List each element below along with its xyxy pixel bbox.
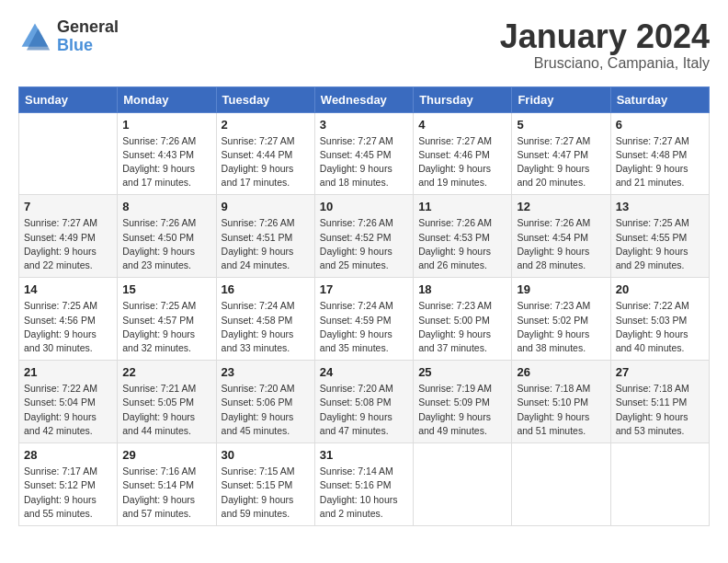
calendar-cell: 8Sunrise: 7:26 AMSunset: 4:50 PMDaylight… xyxy=(118,195,216,278)
calendar-cell: 26Sunrise: 7:18 AMSunset: 5:10 PMDayligh… xyxy=(512,361,610,443)
day-info: Sunrise: 7:17 AMSunset: 5:12 PMDaylight:… xyxy=(24,465,112,521)
page-header: General Blue January 2024 Brusciano, Cam… xyxy=(18,18,710,72)
calendar-cell: 19Sunrise: 7:23 AMSunset: 5:02 PMDayligh… xyxy=(512,278,610,361)
day-number: 23 xyxy=(222,365,310,379)
day-number: 28 xyxy=(24,448,112,462)
day-number: 30 xyxy=(222,448,310,462)
day-number: 7 xyxy=(24,200,112,213)
calendar-cell xyxy=(512,443,610,526)
calendar-cell: 29Sunrise: 7:16 AMSunset: 5:14 PMDayligh… xyxy=(118,443,216,526)
day-number: 10 xyxy=(320,200,408,213)
day-info: Sunrise: 7:26 AMSunset: 4:43 PMDaylight:… xyxy=(122,134,210,190)
day-number: 9 xyxy=(222,200,310,213)
day-info: Sunrise: 7:26 AMSunset: 4:51 PMDaylight:… xyxy=(222,216,310,272)
location-title: Brusciano, Campania, Italy xyxy=(500,55,710,72)
calendar-cell: 13Sunrise: 7:25 AMSunset: 4:55 PMDayligh… xyxy=(610,195,709,278)
day-info: Sunrise: 7:20 AMSunset: 5:06 PMDaylight:… xyxy=(222,382,310,438)
col-monday: Monday xyxy=(118,86,216,112)
day-number: 31 xyxy=(320,448,408,462)
day-info: Sunrise: 7:18 AMSunset: 5:11 PMDaylight:… xyxy=(616,382,704,438)
month-title: January 2024 xyxy=(500,18,710,55)
day-number: 6 xyxy=(616,118,704,132)
calendar-cell: 6Sunrise: 7:27 AMSunset: 4:48 PMDaylight… xyxy=(610,112,709,195)
day-number: 12 xyxy=(517,200,605,213)
day-info: Sunrise: 7:27 AMSunset: 4:45 PMDaylight:… xyxy=(320,134,408,190)
calendar-table: Sunday Monday Tuesday Wednesday Thursday… xyxy=(18,86,710,526)
col-saturday: Saturday xyxy=(610,86,709,112)
calendar-cell: 14Sunrise: 7:25 AMSunset: 4:56 PMDayligh… xyxy=(19,278,118,361)
day-number: 18 xyxy=(418,282,506,296)
calendar-cell: 9Sunrise: 7:26 AMSunset: 4:51 PMDaylight… xyxy=(216,195,314,278)
day-number: 13 xyxy=(616,200,704,213)
col-sunday: Sunday xyxy=(19,86,118,112)
col-tuesday: Tuesday xyxy=(216,86,314,112)
day-number: 17 xyxy=(320,282,408,296)
day-number: 8 xyxy=(122,200,210,213)
logo: General Blue xyxy=(18,18,119,55)
col-thursday: Thursday xyxy=(414,86,512,112)
day-info: Sunrise: 7:15 AMSunset: 5:15 PMDaylight:… xyxy=(222,465,310,521)
day-number: 25 xyxy=(418,365,506,379)
day-info: Sunrise: 7:18 AMSunset: 5:10 PMDaylight:… xyxy=(517,382,605,438)
day-number: 22 xyxy=(122,365,210,379)
day-number: 16 xyxy=(222,282,310,296)
title-block: January 2024 Brusciano, Campania, Italy xyxy=(500,18,710,72)
day-info: Sunrise: 7:25 AMSunset: 4:56 PMDaylight:… xyxy=(24,299,112,355)
calendar-body: 1Sunrise: 7:26 AMSunset: 4:43 PMDaylight… xyxy=(19,112,710,525)
day-number: 20 xyxy=(616,282,704,296)
day-number: 3 xyxy=(320,118,408,132)
day-info: Sunrise: 7:25 AMSunset: 4:57 PMDaylight:… xyxy=(122,299,210,355)
day-info: Sunrise: 7:27 AMSunset: 4:44 PMDaylight:… xyxy=(222,134,310,190)
calendar-cell: 16Sunrise: 7:24 AMSunset: 4:58 PMDayligh… xyxy=(216,278,314,361)
day-number: 1 xyxy=(122,118,210,132)
day-info: Sunrise: 7:26 AMSunset: 4:50 PMDaylight:… xyxy=(122,216,210,272)
calendar-cell xyxy=(610,443,709,526)
calendar-cell: 30Sunrise: 7:15 AMSunset: 5:15 PMDayligh… xyxy=(216,443,314,526)
calendar-cell xyxy=(414,443,512,526)
day-info: Sunrise: 7:22 AMSunset: 5:03 PMDaylight:… xyxy=(616,299,704,355)
day-info: Sunrise: 7:27 AMSunset: 4:49 PMDaylight:… xyxy=(24,216,112,272)
calendar-week-row: 14Sunrise: 7:25 AMSunset: 4:56 PMDayligh… xyxy=(19,278,710,361)
calendar-cell: 22Sunrise: 7:21 AMSunset: 5:05 PMDayligh… xyxy=(118,361,216,443)
calendar-week-row: 21Sunrise: 7:22 AMSunset: 5:04 PMDayligh… xyxy=(19,361,710,443)
day-number: 26 xyxy=(517,365,605,379)
calendar-cell: 24Sunrise: 7:20 AMSunset: 5:08 PMDayligh… xyxy=(314,361,413,443)
calendar-week-row: 7Sunrise: 7:27 AMSunset: 4:49 PMDaylight… xyxy=(19,195,710,278)
calendar-cell: 25Sunrise: 7:19 AMSunset: 5:09 PMDayligh… xyxy=(414,361,512,443)
day-number: 5 xyxy=(517,118,605,132)
day-number: 21 xyxy=(24,365,112,379)
day-info: Sunrise: 7:25 AMSunset: 4:55 PMDaylight:… xyxy=(616,216,704,272)
day-number: 4 xyxy=(418,118,506,132)
calendar-cell xyxy=(19,112,118,195)
header-row: Sunday Monday Tuesday Wednesday Thursday… xyxy=(19,86,710,112)
day-info: Sunrise: 7:26 AMSunset: 4:52 PMDaylight:… xyxy=(320,216,408,272)
calendar-cell: 18Sunrise: 7:23 AMSunset: 5:00 PMDayligh… xyxy=(414,278,512,361)
day-info: Sunrise: 7:27 AMSunset: 4:47 PMDaylight:… xyxy=(517,134,605,190)
day-number: 27 xyxy=(616,365,704,379)
day-number: 24 xyxy=(320,365,408,379)
calendar-cell: 27Sunrise: 7:18 AMSunset: 5:11 PMDayligh… xyxy=(610,361,709,443)
day-info: Sunrise: 7:27 AMSunset: 4:46 PMDaylight:… xyxy=(418,134,506,190)
calendar-header: Sunday Monday Tuesday Wednesday Thursday… xyxy=(19,86,710,112)
col-wednesday: Wednesday xyxy=(314,86,413,112)
calendar-week-row: 28Sunrise: 7:17 AMSunset: 5:12 PMDayligh… xyxy=(19,443,710,526)
calendar-cell: 12Sunrise: 7:26 AMSunset: 4:54 PMDayligh… xyxy=(512,195,610,278)
day-number: 19 xyxy=(517,282,605,296)
day-info: Sunrise: 7:23 AMSunset: 5:00 PMDaylight:… xyxy=(418,299,506,355)
day-number: 15 xyxy=(122,282,210,296)
day-number: 11 xyxy=(418,200,506,213)
col-friday: Friday xyxy=(512,86,610,112)
calendar-cell: 11Sunrise: 7:26 AMSunset: 4:53 PMDayligh… xyxy=(414,195,512,278)
day-info: Sunrise: 7:26 AMSunset: 4:54 PMDaylight:… xyxy=(517,216,605,272)
calendar-cell: 4Sunrise: 7:27 AMSunset: 4:46 PMDaylight… xyxy=(414,112,512,195)
day-number: 14 xyxy=(24,282,112,296)
day-number: 2 xyxy=(222,118,310,132)
logo-icon xyxy=(18,20,51,53)
calendar-week-row: 1Sunrise: 7:26 AMSunset: 4:43 PMDaylight… xyxy=(19,112,710,195)
day-info: Sunrise: 7:21 AMSunset: 5:05 PMDaylight:… xyxy=(122,382,210,438)
calendar-cell: 2Sunrise: 7:27 AMSunset: 4:44 PMDaylight… xyxy=(216,112,314,195)
calendar-cell: 21Sunrise: 7:22 AMSunset: 5:04 PMDayligh… xyxy=(19,361,118,443)
day-info: Sunrise: 7:27 AMSunset: 4:48 PMDaylight:… xyxy=(616,134,704,190)
logo-blue-text: Blue xyxy=(57,37,119,55)
day-info: Sunrise: 7:19 AMSunset: 5:09 PMDaylight:… xyxy=(418,382,506,438)
